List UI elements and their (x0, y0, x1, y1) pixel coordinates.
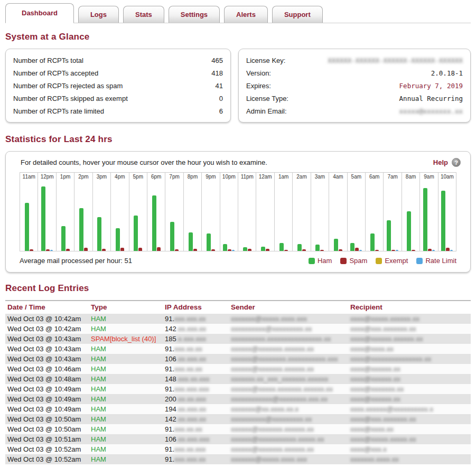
legend-item-exempt: Exempt (376, 257, 408, 265)
chart-hour-column[interactable]: 7pm (165, 173, 183, 251)
log-recipient-masked: xxxx@xxxxx.xxxxxx.xx (350, 315, 419, 323)
chart-hour-column[interactable]: 8pm (183, 173, 201, 251)
log-sender-cell: xxxxxxxxxx@xxxxxxxxx.xx (229, 324, 348, 334)
ham-bar (387, 220, 391, 251)
chart-hour-column[interactable]: 10pm (220, 173, 238, 251)
log-type-cell: HAM (89, 434, 163, 444)
log-recipient-masked: xxxx@xxxxx.xxxxx.xx (350, 435, 416, 443)
tab-alerts[interactable]: Alerts (224, 6, 268, 23)
chart-hour-column[interactable]: 6pm (147, 173, 165, 251)
log-ip-masked: xxx.xxx.xx (174, 315, 206, 323)
rcpt-stat-row: Number of RCPTs skipped as exempt0 (13, 92, 223, 105)
chart-hour-bars (184, 181, 201, 251)
log-sender-cell: xxxxxxx@xxxxx.xxxx.xxx (229, 454, 348, 464)
license-label: License Key: (246, 57, 285, 64)
chart-hour-column[interactable]: 5am (347, 173, 365, 251)
chart-hour-column[interactable]: 9pm (201, 173, 219, 251)
log-recipient-cell: xxxx@xxxxxx.xx (348, 394, 471, 404)
chart-hour-label: 9pm (202, 173, 219, 181)
rcpt-stat-row: Number of RCPTs accepted418 (13, 67, 223, 79)
log-type-cell: HAM (89, 314, 163, 324)
spam-bar (102, 249, 106, 251)
log-ip-visible: 194 (165, 405, 176, 413)
chart-hour-column[interactable]: 1pm (56, 173, 74, 251)
chart-hour-bars (402, 181, 419, 251)
log-ip-visible: 142 (165, 325, 176, 333)
chart-hour-column[interactable]: 2am (292, 173, 310, 251)
chart-hour-column[interactable]: 6am (365, 173, 383, 251)
license-value: February 7, 2019 (399, 82, 463, 90)
chart-hour-label: 10pm (220, 173, 238, 181)
log-type-cell: HAM (89, 384, 163, 394)
chart-hour-column[interactable]: 9am (419, 173, 437, 251)
log-ip-cell: 91.xxx.xx.xxx (163, 444, 229, 454)
ham-bar (370, 233, 375, 251)
log-sender-cell: xxxxxxx@xx.xxxx.xx.x (229, 404, 348, 414)
chart-hour-column[interactable]: 11pm (238, 173, 256, 251)
statistics-chart-panel: For detailed counts, hover your mouse cu… (5, 151, 471, 273)
help-question-icon[interactable]: ? (452, 158, 461, 167)
chart-hour-column[interactable]: 7am (383, 173, 401, 251)
chart-hour-column[interactable]: 1am (274, 173, 292, 251)
tab-stats[interactable]: Stats (123, 6, 164, 23)
help-link[interactable]: Help ? (433, 158, 461, 167)
log-ip-masked: .xx.xxx.xxx (176, 435, 210, 443)
tab-support[interactable]: Support (272, 6, 323, 23)
tab-logs[interactable]: Logs (78, 6, 119, 23)
chart-hour-column[interactable]: 12am (256, 173, 274, 251)
log-recipient-masked: xxxx@xxxxxx.xx (350, 365, 400, 373)
chart-hour-column[interactable]: 3am (311, 173, 329, 251)
tab-settings[interactable]: Settings (169, 6, 220, 23)
help-label[interactable]: Help (433, 158, 448, 166)
log-table-row: Wed Oct 03 @ 10:50amHAM142.xx.xxx.xxxxxx… (5, 414, 471, 424)
log-type-cell: HAM (89, 444, 163, 454)
chart-hour-column[interactable]: 12pm (38, 173, 55, 251)
chart-hour-bars (256, 181, 274, 251)
tab-dashboard[interactable]: Dashboard (5, 3, 74, 23)
log-ip-visible: 91. (165, 315, 174, 323)
legend-label: Ham (318, 257, 332, 265)
chart-hour-column[interactable]: 3pm (92, 173, 110, 251)
hourly-bar-chart: 11am12pm1pm2pm3pm4pm5pm6pm7pm8pm9pm10pm1… (20, 172, 456, 251)
chart-hour-column[interactable]: 11am (20, 173, 38, 251)
ham-bar (189, 232, 193, 251)
chart-hour-label: 9am (420, 173, 437, 181)
chart-hour-column[interactable]: 2pm (74, 173, 92, 251)
chart-hour-column[interactable]: 8am (402, 173, 419, 251)
rcpt-stat-label: Number of RCPTs skipped as exempt (13, 95, 128, 102)
log-ip-visible: 106 (165, 355, 176, 363)
ham-bar (41, 186, 45, 251)
chart-hour-bars (384, 181, 401, 251)
ham-bar (441, 191, 445, 251)
log-sender-masked: xxxxxx@xxxxxxxx.xxxxxxxxxxx.xxx (231, 355, 338, 363)
log-column-header: Type (89, 301, 163, 314)
log-datetime-cell: Wed Oct 03 @ 10:51am (5, 434, 89, 444)
log-ip-masked: xxx.xxx.xx (174, 455, 206, 463)
license-row: License Type:Annual Recurring (246, 92, 463, 105)
chart-hour-column[interactable]: 4pm (110, 173, 128, 251)
log-datetime-cell: Wed Oct 03 @ 10:49am (5, 404, 89, 414)
log-ip-visible: 185 (165, 335, 176, 343)
spam-bar (339, 249, 342, 251)
legend-label: Rate Limit (425, 257, 456, 265)
log-ip-cell: 106.xx.xxx.xxx (163, 434, 229, 444)
ham-bar (223, 244, 227, 251)
spam-bar (84, 248, 88, 251)
license-label: Admin Email: (246, 107, 287, 115)
average-label: Average mail processed per hour: (20, 257, 123, 265)
chart-hour-bars (165, 181, 183, 251)
rate-bar (50, 250, 53, 251)
legend-swatch-icon (416, 258, 423, 264)
log-ip-cell: 91.xxx.xx.xx (163, 344, 229, 354)
log-column-header: IP Address (163, 301, 229, 314)
chart-hour-column[interactable]: 10am (438, 173, 456, 251)
spam-bar (120, 248, 124, 251)
chart-hour-column[interactable]: 4am (329, 173, 347, 251)
log-recipient-cell: xxxx@xxxxxxxxxxxxxxx.xx (348, 354, 471, 364)
chart-hour-column[interactable]: 5pm (129, 173, 147, 251)
log-sender-cell: xxxxxx@xxxxxxxxxxx.xxxxx.xx (229, 434, 348, 444)
rcpt-stat-value: 41 (216, 82, 223, 90)
log-sender-masked: xxxxxxx@xx.xxxx.xx.x (231, 405, 298, 413)
legend-swatch-icon (376, 258, 382, 264)
ham-bar (170, 222, 174, 251)
